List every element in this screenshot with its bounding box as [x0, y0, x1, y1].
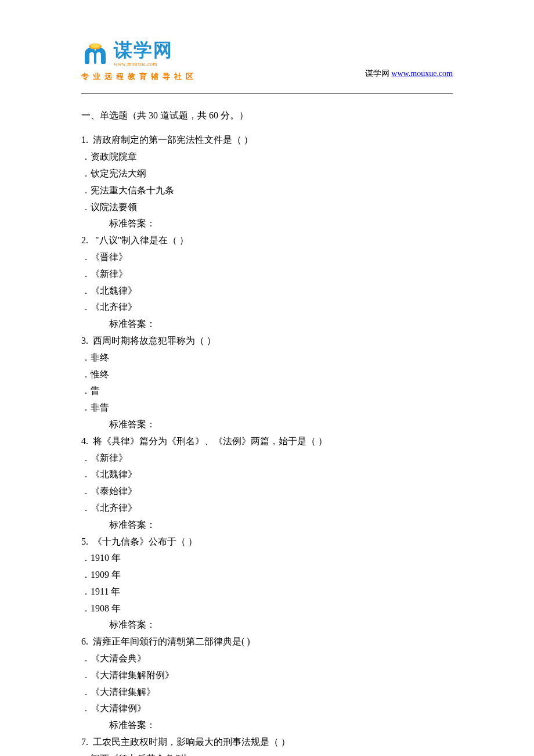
standard-answer: 标准答案：: [81, 617, 453, 633]
question-text: 4. 将《具律》篇分为《刑名》、《法例》两篇，始于是（ ）: [81, 433, 453, 450]
question-block: 6. 清雍正年间颁行的清朝第二部律典是( )．《大清会典》．《大清律集解附例》．…: [81, 633, 453, 734]
question-block: 2. "八议"制入律是在（ ）．《晋律》．《新律》．《北魏律》．《北齐律》标准答…: [81, 232, 453, 333]
question-option: ．1909 年: [81, 567, 453, 584]
header-right-prefix: 谋学网: [365, 69, 389, 78]
question-text: 3. 西周时期将故意犯罪称为（ ）: [81, 333, 453, 350]
question-block: 4. 将《具律》篇分为《刑名》、《法例》两篇，始于是（ ）．《新律》．《北魏律》…: [81, 433, 453, 534]
page-header: 谋学网 www.mouxue.com 专业远程教育辅导社区 谋学网 www.mo…: [81, 41, 453, 89]
question-block: 3. 西周时期将故意犯罪称为（ ）．非终．惟终．眚．非眚标准答案：: [81, 333, 453, 433]
logo-chinese-name: 谋学网: [114, 41, 173, 59]
question-option: ．《北魏律》: [81, 466, 453, 483]
question-option: ．《北齐律》: [81, 500, 453, 517]
question-option: ．惟终: [81, 366, 453, 383]
question-option: ．宪法重大信条十九条: [81, 182, 453, 199]
standard-answer: 标准答案：: [81, 517, 453, 534]
question-text: 1. 清政府制定的第一部宪法性文件是（ ）: [81, 132, 453, 149]
question-option: ．《大清律集解附例》: [81, 667, 453, 684]
question-text: 7. 工农民主政权时期，影响最大的刑事法规是（ ）: [81, 734, 453, 751]
standard-answer: 标准答案：: [81, 416, 453, 433]
question-option: ．《新律》: [81, 266, 453, 283]
header-right-text: 谋学网 www.mouxue.com: [365, 66, 453, 83]
logo-icon: [81, 43, 109, 66]
logo-group: 谋学网 www.mouxue.com 专业远程教育辅导社区: [81, 41, 197, 84]
question-text: 6. 清雍正年间颁行的清朝第二部律典是( ): [81, 633, 453, 650]
question-option: ．《北魏律》: [81, 283, 453, 300]
question-option: ．《晋律》: [81, 249, 453, 266]
question-option: ．钦定宪法大纲: [81, 165, 453, 182]
question-block: 7. 工农民主政权时期，影响最大的刑事法规是（ ）．闽西《惩办反革命条例》．《汀…: [81, 734, 453, 756]
standard-answer: 标准答案：: [81, 316, 453, 333]
question-option: ．资政院院章: [81, 149, 453, 165]
question-option: ．《新律》: [81, 450, 453, 467]
questions-container: 1. 清政府制定的第一部宪法性文件是（ ）．资政院院章．钦定宪法大纲．宪法重大信…: [81, 132, 453, 756]
question-option: ．非终: [81, 350, 453, 366]
standard-answer: 标准答案：: [81, 215, 453, 232]
question-option: ．闽西《惩办反革命条例》: [81, 751, 453, 756]
header-divider: [81, 93, 453, 93]
svg-point-1: [91, 44, 100, 48]
question-text: 5. 《十九信条》公布于（ ）: [81, 534, 453, 550]
question-option: ．《泰始律》: [81, 483, 453, 500]
question-option: ．《大清律例》: [81, 700, 453, 717]
logo-url-text: www.mouxue.com: [114, 59, 173, 69]
section-title: 一、单选题（共 30 道试题，共 60 分。）: [81, 107, 453, 124]
question-option: ．议院法要领: [81, 199, 453, 216]
question-block: 5. 《十九信条》公布于（ ）．1910 年．1909 年．1911 年．190…: [81, 534, 453, 634]
question-option: ．1910 年: [81, 550, 453, 567]
question-option: ．《大清律集解》: [81, 684, 453, 701]
question-option: ．《大清会典》: [81, 650, 453, 667]
question-block: 1. 清政府制定的第一部宪法性文件是（ ）．资政院院章．钦定宪法大纲．宪法重大信…: [81, 132, 453, 232]
question-option: ．1908 年: [81, 600, 453, 617]
question-text: 2. "八议"制入律是在（ ）: [81, 232, 453, 249]
logo-top-row: 谋学网 www.mouxue.com: [81, 41, 197, 69]
question-option: ．1911 年: [81, 584, 453, 600]
question-option: ．眚: [81, 383, 453, 399]
question-option: ．非眚: [81, 399, 453, 416]
logo-text-block: 谋学网 www.mouxue.com: [114, 41, 173, 69]
header-link[interactable]: www.mouxue.com: [391, 69, 453, 78]
logo-tagline: 专业远程教育辅导社区: [81, 70, 197, 83]
question-option: ．《北齐律》: [81, 299, 453, 316]
standard-answer: 标准答案：: [81, 717, 453, 734]
